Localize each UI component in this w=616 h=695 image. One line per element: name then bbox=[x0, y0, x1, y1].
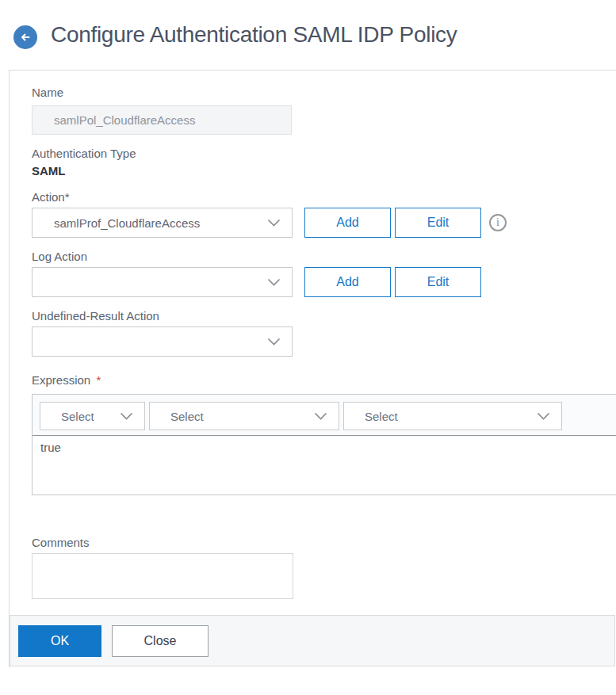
log-action-add-button[interactable]: Add bbox=[304, 267, 391, 297]
close-button[interactable]: Close bbox=[112, 625, 209, 657]
action-select[interactable]: samlProf_CloudflareAccess bbox=[32, 208, 293, 238]
log-action-label: Log Action bbox=[32, 250, 87, 263]
auth-type-label: Authentication Type bbox=[32, 147, 136, 160]
ok-button[interactable]: OK bbox=[18, 625, 101, 657]
back-button[interactable] bbox=[13, 25, 37, 49]
chevron-down-icon bbox=[537, 412, 550, 421]
log-action-select[interactable] bbox=[32, 267, 293, 297]
action-edit-button[interactable]: Edit bbox=[395, 208, 481, 238]
arrow-left-icon bbox=[19, 31, 32, 44]
expression-textarea[interactable]: true bbox=[33, 436, 616, 495]
expression-select-3[interactable]: Select bbox=[343, 402, 562, 430]
footer-bar: OK Close bbox=[10, 615, 615, 666]
name-label: Name bbox=[32, 86, 63, 99]
chevron-down-icon bbox=[267, 278, 281, 287]
chevron-down-icon bbox=[267, 219, 281, 227]
undefined-result-select[interactable] bbox=[32, 326, 293, 357]
expression-toolbar: Select Select Select bbox=[33, 395, 616, 436]
comments-textarea[interactable] bbox=[32, 553, 293, 599]
expression-select-1[interactable]: Select bbox=[40, 402, 145, 430]
expression-label: Expression * bbox=[32, 373, 101, 387]
chevron-down-icon bbox=[314, 412, 327, 421]
chevron-down-icon bbox=[120, 412, 133, 421]
page-title: Configure Authentication SAML IDP Policy bbox=[51, 22, 457, 48]
undefined-result-label: Undefined-Result Action bbox=[32, 309, 159, 323]
log-action-edit-button[interactable]: Edit bbox=[395, 267, 481, 297]
action-add-button[interactable]: Add bbox=[304, 208, 391, 238]
comments-label: Comments bbox=[32, 536, 90, 549]
name-input bbox=[32, 105, 292, 135]
action-select-value: samlProf_CloudflareAccess bbox=[54, 216, 267, 230]
action-label: Action* bbox=[32, 190, 70, 204]
expression-editor: Select Select Select true bbox=[32, 394, 616, 495]
auth-type-value: SAML bbox=[32, 164, 66, 178]
expression-select-2[interactable]: Select bbox=[149, 402, 339, 430]
required-asterisk: * bbox=[96, 373, 101, 387]
info-icon[interactable]: i bbox=[489, 214, 507, 231]
chevron-down-icon bbox=[267, 338, 281, 346]
